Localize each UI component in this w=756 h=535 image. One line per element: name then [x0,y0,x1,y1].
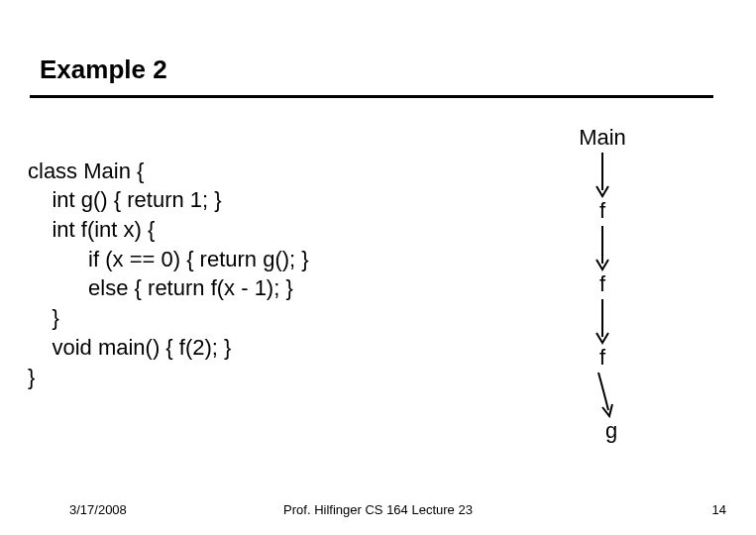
arrow-icon [538,297,667,345]
diagram-node-main: Main [538,127,667,149]
code-line: class Main { [28,159,144,183]
code-line: } [28,305,59,330]
diagram-node-f: f [538,273,667,295]
code-line: } [28,365,35,389]
code-line: int g() { return 1; } [28,187,222,212]
code-line: int f(int x) { [28,217,155,242]
arrow-icon [538,371,667,418]
code-line: else { return f(x - 1); } [28,275,293,300]
call-diagram: Main f f f g [538,127,667,442]
code-line: if (x == 0) { return g(); } [28,247,309,271]
arrow-icon [538,151,667,198]
footer-course: Prof. Hilfinger CS 164 Lecture 23 [0,502,756,517]
code-line: void main() { f(2); } [28,335,231,360]
slide: Example 2 class Main { int g() { return … [0,0,756,535]
diagram-node-g: g [538,420,667,442]
arrow-icon [538,224,667,271]
diagram-node-f: f [538,347,667,369]
footer-page: 14 [712,502,726,517]
code-block: class Main { int g() { return 1; } int f… [28,127,309,391]
slide-title: Example 2 [40,54,167,85]
title-rule [30,95,713,98]
diagram-node-f: f [538,200,667,222]
